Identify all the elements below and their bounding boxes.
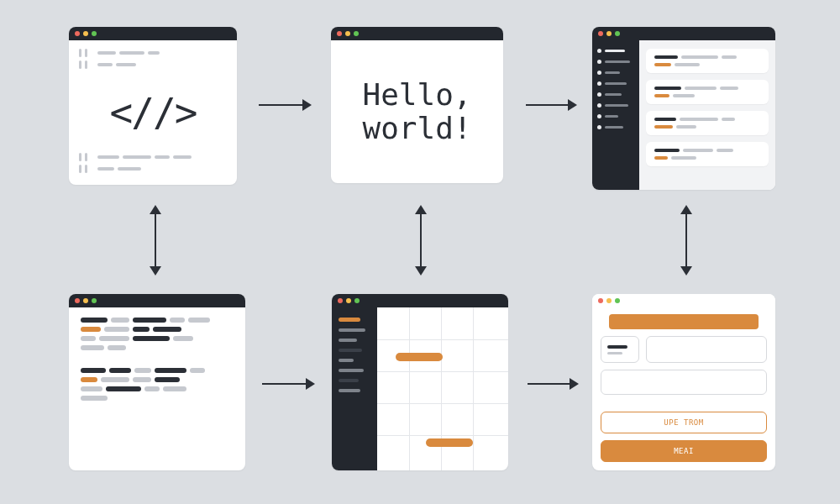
window-code-editor	[69, 294, 245, 470]
traffic-light-zoom-icon	[92, 31, 97, 36]
traffic-light-minimize-icon	[606, 298, 612, 303]
code-lines-top	[79, 49, 227, 72]
traffic-light-minimize-icon	[83, 298, 88, 303]
traffic-light-minimize-icon	[83, 31, 88, 36]
sidebar	[332, 307, 377, 470]
arrow-right-icon	[259, 99, 312, 111]
traffic-light-minimize-icon	[606, 31, 612, 36]
hello-world-text: Hello, world!	[331, 40, 503, 183]
form-input[interactable]	[646, 336, 767, 363]
arrow-updown-icon	[680, 205, 692, 276]
list-item	[646, 80, 769, 104]
traffic-light-close-icon	[598, 31, 603, 36]
titlebar	[592, 27, 775, 40]
outline-button[interactable]: UPE TROM	[601, 412, 767, 433]
traffic-light-close-icon	[598, 298, 603, 303]
titlebar	[331, 27, 503, 40]
grid-bar	[426, 438, 473, 447]
window-sidebar-grid	[332, 294, 508, 470]
grid-bar	[396, 353, 443, 361]
form-input[interactable]	[601, 370, 767, 395]
arrow-updown-icon	[415, 205, 427, 276]
arrow-updown-icon	[150, 205, 161, 276]
form-header-bar	[609, 314, 759, 329]
card-list	[639, 40, 775, 190]
arrow-right-icon	[526, 99, 577, 111]
window-code-tag: <//>	[69, 27, 237, 185]
traffic-light-close-icon	[75, 31, 80, 36]
primary-button[interactable]: MEAI	[601, 440, 767, 462]
window-hello-world: Hello, world!	[331, 27, 503, 183]
arrow-right-icon	[262, 378, 315, 390]
titlebar	[69, 27, 237, 40]
titlebar	[592, 294, 775, 307]
list-item	[646, 111, 769, 135]
list-item	[646, 142, 769, 166]
traffic-light-zoom-icon	[615, 31, 620, 36]
code-block	[81, 368, 234, 405]
traffic-light-close-icon	[337, 31, 342, 36]
traffic-light-zoom-icon	[92, 298, 97, 303]
titlebar	[69, 294, 245, 307]
grid-canvas	[377, 307, 508, 470]
traffic-light-minimize-icon	[345, 31, 350, 36]
traffic-light-zoom-icon	[354, 298, 360, 303]
traffic-light-minimize-icon	[346, 298, 351, 303]
traffic-light-close-icon	[75, 298, 80, 303]
window-form: UPE TROM MEAI	[592, 294, 775, 470]
code-block	[81, 318, 234, 354]
sidebar	[592, 40, 639, 190]
traffic-light-zoom-icon	[354, 31, 359, 36]
arrow-right-icon	[528, 378, 579, 390]
traffic-light-close-icon	[338, 298, 343, 303]
list-item	[646, 49, 769, 73]
code-tag-icon: <//>	[79, 72, 227, 153]
traffic-light-zoom-icon	[615, 298, 620, 303]
window-editor-list	[592, 27, 775, 190]
code-lines-bottom	[79, 153, 227, 176]
titlebar	[332, 294, 508, 307]
form-chip[interactable]	[601, 336, 639, 363]
